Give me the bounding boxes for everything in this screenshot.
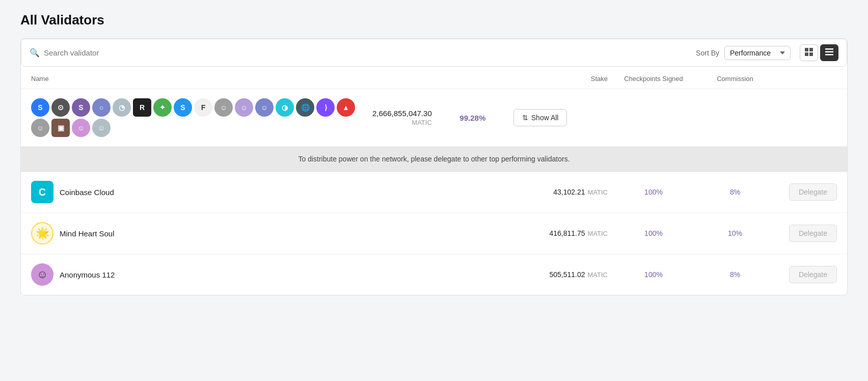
staked-stake-unit: MATIC (372, 119, 432, 126)
mini-avatar: S (72, 98, 90, 117)
mini-avatar: ○ (92, 98, 111, 117)
svg-rect-4 (825, 48, 833, 50)
mini-avatar: ☺ (255, 98, 274, 117)
search-icon: 🔍 (30, 48, 40, 58)
stake-cell: 505,511.02 MATIC (506, 270, 608, 279)
avatar: C (31, 181, 53, 203)
mini-avatar: ☺ (92, 119, 111, 137)
action-cell: Delegate (771, 225, 837, 242)
mini-avatar: ▲ (337, 98, 355, 117)
staked-validators-row: S⊙S○◔R✦SF☺☺☺◑🌐⟩▲☺▣☺☺ 2,666,855,047.30 MA… (21, 89, 847, 147)
mini-avatar: ▣ (51, 119, 70, 137)
table-header: Name Stake Checkpoints Signed Commission (21, 69, 847, 89)
stake-cell: 416,811.75 MATIC (506, 229, 608, 237)
toolbar: 🔍 Sort By Performance Stake Commission N… (21, 39, 847, 67)
stake-value: 505,511.02 (549, 270, 585, 279)
sort-select[interactable]: Performance Stake Commission Name (724, 46, 791, 60)
mini-avatar: ☺ (31, 119, 49, 137)
col-commission: Commission (699, 75, 771, 83)
commission-pct: 8% (730, 188, 740, 196)
mini-avatar: F (194, 98, 212, 117)
avatar: ☺ (31, 263, 53, 286)
commission-pct: 10% (728, 229, 742, 237)
delegate-button[interactable]: Delegate (789, 183, 837, 201)
table-row: 🌟 Mind Heart Soul 416,811.75 MATIC 100% … (21, 213, 847, 254)
mini-avatar: ✦ (153, 98, 172, 117)
mini-avatar: S (174, 98, 192, 117)
col-stake: Stake (506, 75, 608, 83)
distribute-notice: To distribute power on the network, plea… (21, 147, 847, 172)
sort-icon: ⇅ (522, 114, 528, 122)
col-name: Name (31, 75, 506, 83)
mini-avatar: ☺ (235, 98, 253, 117)
delegate-button[interactable]: Delegate (789, 266, 837, 283)
svg-rect-3 (809, 52, 813, 56)
mini-avatar: ◔ (113, 98, 131, 117)
col-action (771, 75, 837, 83)
action-cell: Delegate (771, 183, 837, 201)
stake-unit: MATIC (588, 188, 608, 196)
checkpoint-pct: 100% (644, 188, 663, 196)
checkpoint-cell: 100% (608, 270, 699, 279)
mini-avatar: S (31, 98, 49, 117)
mini-avatar: ☺ (214, 98, 233, 117)
mini-avatar: ⊙ (51, 98, 70, 117)
table-row: C Coinbase Cloud 43,102.21 MATIC 100% 8%… (21, 172, 847, 213)
avatar: 🌟 (31, 222, 53, 244)
stake-value: 416,811.75 (549, 229, 585, 237)
mini-avatar: ◑ (276, 98, 294, 117)
checkpoint-pct: 100% (644, 270, 663, 279)
show-all-label: Show All (531, 114, 559, 122)
sort-area: Sort By Performance Stake Commission Nam… (696, 44, 838, 61)
grid-view-button[interactable] (800, 44, 818, 61)
mini-avatar: ⟩ (316, 98, 335, 117)
mini-avatar: ☺ (72, 119, 90, 137)
stake-unit: MATIC (588, 230, 608, 237)
checkpoint-cell: 100% (608, 229, 699, 238)
page-title: All Validators (20, 12, 848, 28)
staked-summary: 2,666,855,047.30 MATIC 99.28% ⇅ Show All (372, 109, 567, 126)
list-view-button[interactable] (820, 44, 838, 61)
commission-cell: 8% (699, 187, 771, 197)
stake-value: 43,102.21 (553, 188, 585, 196)
validator-name-cell: 🌟 Mind Heart Soul (31, 222, 506, 244)
checkpoint-cell: 100% (608, 187, 699, 197)
mini-avatar: 🌐 (296, 98, 314, 117)
commission-cell: 10% (699, 229, 771, 238)
validator-name: Coinbase Cloud (60, 188, 114, 197)
checkpoint-pct: 100% (644, 229, 663, 237)
staked-avatars-group: S⊙S○◔R✦SF☺☺☺◑🌐⟩▲☺▣☺☺ (31, 98, 362, 137)
commission-pct: 8% (730, 270, 740, 279)
stake-unit: MATIC (588, 271, 608, 279)
table-row: ☺ Anonymous 112 505,511.02 MATIC 100% 8%… (21, 254, 847, 295)
col-checkpoints: Checkpoints Signed (608, 75, 699, 83)
svg-rect-5 (825, 51, 833, 53)
search-area: 🔍 (30, 48, 696, 58)
search-input[interactable] (44, 48, 696, 57)
svg-rect-2 (805, 52, 808, 56)
view-icons (800, 44, 838, 61)
mini-avatar: R (133, 98, 151, 117)
sort-label: Sort By (696, 49, 719, 57)
validator-name: Anonymous 112 (60, 270, 115, 279)
staked-stake-value: 2,666,855,047.30 (372, 109, 432, 118)
staked-stake: 2,666,855,047.30 MATIC (372, 109, 432, 126)
svg-rect-6 (825, 54, 833, 56)
svg-rect-0 (805, 48, 808, 51)
commission-cell: 8% (699, 270, 771, 279)
validator-name: Mind Heart Soul (60, 229, 115, 238)
svg-rect-1 (809, 48, 813, 51)
stake-cell: 43,102.21 MATIC (506, 188, 608, 196)
show-all-button[interactable]: ⇅ Show All (513, 109, 567, 126)
action-cell: Delegate (771, 266, 837, 283)
validator-name-cell: C Coinbase Cloud (31, 181, 506, 203)
delegate-button[interactable]: Delegate (789, 225, 837, 242)
validator-name-cell: ☺ Anonymous 112 (31, 263, 506, 286)
staked-checkpoints-pct: 99.28% (452, 114, 493, 122)
